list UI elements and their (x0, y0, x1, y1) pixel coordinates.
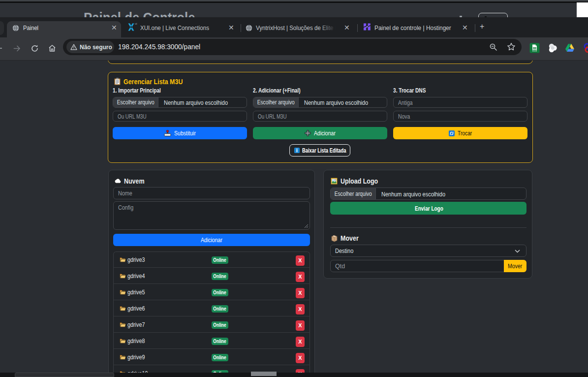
svg-text:XLS: XLS (533, 50, 536, 52)
